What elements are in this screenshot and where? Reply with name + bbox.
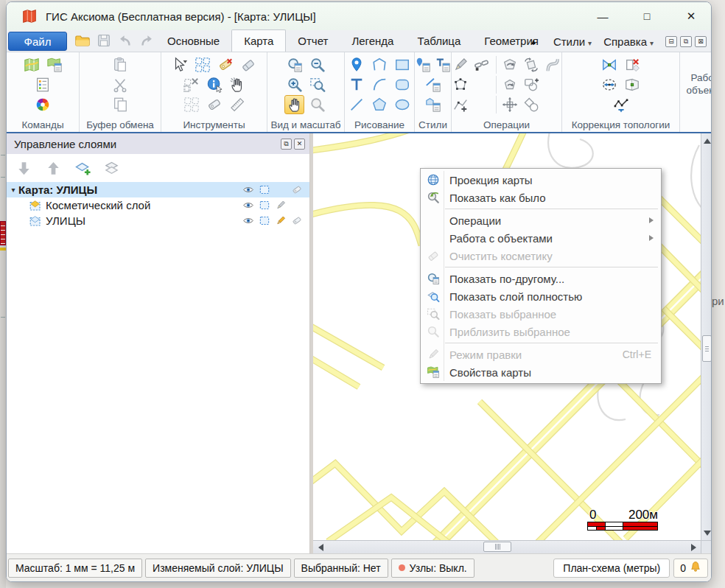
scroll-right-icon[interactable]	[687, 541, 699, 553]
tag-button[interactable]	[204, 95, 224, 114]
window-maximize-icon[interactable]: □	[639, 10, 655, 22]
layer-row-Косметический слой[interactable]: Косметический слой	[7, 197, 309, 213]
scissors-button[interactable]	[111, 75, 130, 94]
rect-delete-button[interactable]	[623, 55, 642, 74]
chain-button[interactable]	[473, 55, 491, 74]
node-move-button[interactable]	[600, 75, 620, 94]
line-button[interactable]	[347, 95, 367, 114]
scroll-left-icon[interactable]	[315, 541, 326, 553]
file-menu-button[interactable]: Файл	[8, 32, 67, 51]
shapes-combine-button[interactable]	[522, 95, 540, 114]
zoom-in-button[interactable]	[284, 75, 304, 94]
layer-panel-titlebar[interactable]: Управление слоями ⧉ ✕	[7, 133, 309, 154]
tab-Легенда[interactable]: Легенда	[340, 29, 405, 52]
color-wheel-button[interactable]	[33, 95, 53, 114]
save-icon[interactable]	[96, 32, 112, 49]
menu-item-Режим правки[interactable]: Режим правкиCtrl+E	[421, 346, 660, 363]
ellipse-button[interactable]	[393, 95, 413, 114]
folder-open-icon[interactable]	[74, 32, 91, 49]
expander-icon[interactable]: ▾	[8, 186, 18, 194]
scroll-up-icon[interactable]	[701, 135, 712, 147]
tag-icon[interactable]	[289, 183, 305, 196]
menu-item-Показать по-другому...[interactable]: Показать по-другому...	[421, 270, 660, 287]
tab-Карта[interactable]: Карта	[231, 29, 286, 52]
move-up-icon[interactable]	[45, 160, 62, 177]
panel-float-icon[interactable]: ⧉	[281, 139, 292, 150]
arc-button[interactable]	[370, 75, 390, 94]
marquee-empty-button[interactable]	[181, 95, 201, 114]
notifications-button[interactable]: 0	[673, 559, 708, 578]
eraser-button[interactable]	[239, 55, 259, 74]
eye-icon[interactable]	[240, 199, 256, 211]
zoom-out-button[interactable]	[307, 55, 327, 74]
style-text-button[interactable]	[435, 55, 452, 74]
zoom-panel-button[interactable]	[284, 55, 304, 74]
cursor-select-button[interactable]	[170, 55, 190, 74]
style-region-button[interactable]	[423, 95, 443, 114]
marquee-select-button[interactable]	[193, 55, 213, 74]
marker-pin-button[interactable]	[347, 55, 367, 74]
window-minimize-icon[interactable]: —	[595, 10, 611, 23]
node-add-button[interactable]	[452, 95, 470, 114]
menu-item-Операции[interactable]: Операции	[421, 211, 660, 229]
smooth-line-button[interactable]	[611, 95, 631, 114]
tab-Основные[interactable]: Основные	[155, 29, 231, 52]
window-close-icon[interactable]: ✕	[683, 10, 699, 23]
doc-restore-icon[interactable]: ⧉	[680, 36, 692, 47]
undo-icon[interactable]	[117, 32, 133, 49]
style-symbol-button[interactable]	[415, 55, 432, 74]
menu-item-Очистить косметику[interactable]: Очистить косметику	[421, 247, 660, 265]
vertical-scrollbar[interactable]	[701, 133, 712, 540]
menu-item-Приблизить выбранное[interactable]: Приблизить выбранное	[421, 323, 660, 340]
doc-minimize-icon[interactable]: ⊟	[665, 36, 677, 47]
poly-snap-button[interactable]	[623, 75, 642, 94]
redo-icon[interactable]	[139, 32, 155, 49]
tab-Отчет[interactable]: Отчет	[286, 29, 340, 52]
pencil-button[interactable]	[452, 55, 470, 74]
rotate-shape-button[interactable]	[522, 55, 540, 74]
doc-close-icon[interactable]: ⊠	[695, 36, 707, 47]
selection-icon[interactable]	[256, 214, 273, 227]
menu-item-Проекция карты[interactable]: Проекция карты	[421, 171, 660, 189]
zoom-rect-button[interactable]	[307, 75, 327, 94]
map-settings-button[interactable]	[44, 55, 64, 74]
menu-item-Показать слой полностью[interactable]: Показать слой полностью	[421, 287, 660, 305]
pencil-gray-icon[interactable]	[273, 199, 289, 211]
polygon-button[interactable]	[370, 95, 390, 114]
marquee-clear-button[interactable]	[181, 75, 201, 94]
panel-close-icon[interactable]: ✕	[294, 139, 305, 150]
vertical-scroll-thumb[interactable]	[702, 335, 712, 362]
zoom-gray-button[interactable]	[307, 95, 327, 114]
paste-button[interactable]	[111, 55, 130, 74]
topology-check-button[interactable]	[600, 55, 620, 74]
ribbon-collapse-icon[interactable]: ▲	[530, 38, 537, 46]
horizontal-scrollbar[interactable]	[313, 540, 701, 553]
map-open-button[interactable]	[21, 55, 41, 74]
selection-icon[interactable]	[256, 199, 273, 211]
rectangle-button[interactable]	[393, 55, 413, 74]
ruler-button[interactable]	[227, 95, 247, 114]
polyline-button[interactable]	[370, 55, 390, 74]
move-down-icon[interactable]	[15, 160, 32, 177]
menu-Стили[interactable]: Стили▾	[553, 35, 592, 48]
tag-icon[interactable]	[289, 214, 305, 227]
menu-item-Показать выбранное[interactable]: Показать выбранное	[421, 305, 660, 323]
pencil-active-icon[interactable]	[273, 214, 289, 227]
eye-icon[interactable]	[240, 214, 256, 227]
rounded-rectangle-button[interactable]	[393, 75, 413, 94]
titlebar[interactable]: ГИС Аксиома (Бесплатная версия) - [Карта…	[7, 2, 711, 30]
reshape-button[interactable]	[501, 55, 519, 74]
pan-touch-button[interactable]	[227, 75, 247, 94]
move-shape-button[interactable]	[501, 95, 519, 114]
rotate-poly-button[interactable]	[501, 75, 519, 94]
layer-add-icon[interactable]	[74, 160, 91, 177]
text-button[interactable]	[347, 75, 367, 94]
menu-item-Свойства карты[interactable]: Свойства карты	[421, 363, 660, 381]
projection-button[interactable]: План-схема (метры)	[553, 559, 670, 578]
layer-row-Карта: УЛИЦЫ[interactable]: ▾Карта: УЛИЦЫ	[7, 182, 309, 197]
horizontal-scroll-thumb[interactable]	[483, 542, 511, 552]
layer-row-УЛИЦЫ[interactable]: УЛИЦЫ	[7, 213, 309, 228]
hand-pan-button[interactable]	[284, 95, 304, 114]
style-line-button[interactable]	[423, 75, 443, 94]
tab-Таблица[interactable]: Таблица	[405, 29, 472, 52]
